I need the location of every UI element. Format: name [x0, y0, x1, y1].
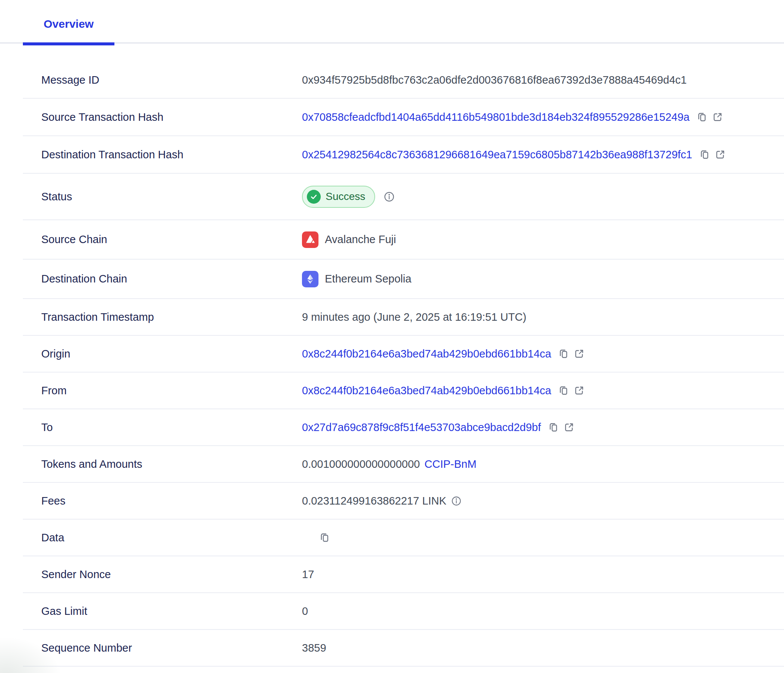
avalanche-chain-icon	[302, 232, 319, 248]
table-row-tokens: Tokens and Amounts 0.001000000000000000 …	[23, 446, 784, 483]
table-row-status: Status Success	[23, 174, 784, 220]
timestamp-label: Transaction Timestamp	[23, 311, 302, 323]
check-circle-icon	[307, 190, 321, 204]
to-address-link[interactable]: 0x27d7a69c878f9c8f51f4e53703abce9bacd2d9…	[302, 421, 541, 434]
source-chain-label: Source Chain	[23, 233, 302, 246]
sequence-number-value: 3859	[302, 642, 327, 654]
fees-label: Fees	[23, 495, 302, 507]
table-row-data: Data	[23, 519, 784, 556]
dest-chain-value: Ethereum Sepolia	[325, 273, 412, 285]
dest-tx-external-button[interactable]	[715, 149, 726, 160]
token-symbol-link[interactable]: CCIP-BnM	[425, 458, 477, 471]
dest-chain-label: Destination Chain	[23, 273, 302, 285]
from-address-link[interactable]: 0x8c244f0b2164e6a3bed74ab429b0ebd661bb14…	[302, 384, 551, 397]
sender-nonce-value: 17	[302, 568, 314, 581]
ethereum-chain-icon	[302, 271, 319, 288]
fees-info-button[interactable]	[451, 496, 462, 507]
external-link-icon	[574, 348, 585, 359]
external-link-icon	[574, 385, 585, 396]
table-row-fees: Fees 0.023112499163862217 LINK	[23, 483, 784, 519]
sender-nonce-label: Sender Nonce	[23, 568, 302, 581]
source-tx-hash-link[interactable]: 0x70858cfeadcfbd1404a65dd4116b549801bde3…	[302, 111, 689, 123]
copy-icon	[558, 348, 569, 359]
data-copy-button[interactable]	[319, 532, 330, 543]
table-row-source-chain: Source Chain Avalanche Fuji	[23, 220, 784, 260]
token-amount-value: 0.001000000000000000	[302, 458, 420, 471]
data-label: Data	[23, 532, 302, 544]
copy-icon	[696, 112, 708, 123]
table-row-sequence-number: Sequence Number 3859	[23, 630, 784, 667]
copy-icon	[548, 422, 559, 433]
info-icon	[383, 191, 395, 202]
table-row-sender-nonce: Sender Nonce 17	[23, 556, 784, 593]
transaction-details-table: Message ID 0x934f57925b5d8fbc763c2a06dfe…	[23, 62, 784, 667]
external-link-icon	[715, 149, 726, 160]
status-label: Status	[23, 191, 302, 203]
origin-external-button[interactable]	[574, 348, 585, 359]
copy-icon	[699, 149, 710, 160]
tokens-label: Tokens and Amounts	[23, 458, 302, 471]
source-tx-copy-button[interactable]	[696, 112, 708, 123]
from-external-button[interactable]	[574, 385, 585, 396]
source-chain-value: Avalanche Fuji	[325, 233, 396, 246]
timestamp-value: 9 minutes ago (June 2, 2025 at 16:19:51 …	[302, 311, 526, 323]
status-badge: Success	[302, 186, 375, 208]
to-copy-button[interactable]	[548, 422, 559, 433]
to-label: To	[23, 421, 302, 434]
origin-copy-button[interactable]	[558, 348, 569, 359]
table-row-dest-tx-hash: Destination Transaction Hash 0x254129825…	[23, 136, 784, 174]
from-label: From	[23, 384, 302, 397]
copy-icon	[319, 532, 330, 543]
table-row-source-tx-hash: Source Transaction Hash 0x70858cfeadcfbd…	[23, 99, 784, 136]
status-info-button[interactable]	[383, 191, 395, 202]
status-text: Success	[326, 191, 366, 202]
tab-overview[interactable]: Overview	[23, 0, 114, 45]
fees-value: 0.023112499163862217 LINK	[302, 495, 446, 507]
source-tx-external-button[interactable]	[712, 112, 723, 123]
info-icon	[451, 496, 462, 507]
origin-label: Origin	[23, 348, 302, 360]
table-row-timestamp: Transaction Timestamp 9 minutes ago (Jun…	[23, 299, 784, 336]
table-row-origin: Origin 0x8c244f0b2164e6a3bed74ab429b0ebd…	[23, 336, 784, 373]
gas-limit-label: Gas Limit	[23, 605, 302, 617]
table-row-dest-chain: Destination Chain Ethereum Sepolia	[23, 260, 784, 299]
table-row-to: To 0x27d7a69c878f9c8f51f4e53703abce9bacd…	[23, 409, 784, 446]
message-id-value: 0x934f57925b5d8fbc763c2a06dfe2d003676816…	[302, 74, 687, 86]
external-link-icon	[563, 422, 575, 433]
external-link-icon	[712, 112, 723, 123]
dest-tx-hash-label: Destination Transaction Hash	[23, 149, 302, 161]
table-row-from: From 0x8c244f0b2164e6a3bed74ab429b0ebd66…	[23, 373, 784, 409]
copy-icon	[558, 385, 569, 396]
source-tx-hash-label: Source Transaction Hash	[23, 111, 302, 123]
tab-bar: Overview	[0, 0, 784, 45]
message-id-label: Message ID	[23, 74, 302, 86]
to-external-button[interactable]	[563, 422, 575, 433]
table-row-message-id: Message ID 0x934f57925b5d8fbc763c2a06dfe…	[23, 62, 784, 99]
table-row-gas-limit: Gas Limit 0	[23, 593, 784, 630]
origin-address-link[interactable]: 0x8c244f0b2164e6a3bed74ab429b0ebd661bb14…	[302, 348, 551, 360]
gas-limit-value: 0	[302, 605, 308, 617]
sequence-number-label: Sequence Number	[23, 642, 302, 654]
dest-tx-hash-link[interactable]: 0x25412982564c8c7363681296681649ea7159c6…	[302, 149, 692, 161]
dest-tx-copy-button[interactable]	[699, 149, 710, 160]
from-copy-button[interactable]	[558, 385, 569, 396]
